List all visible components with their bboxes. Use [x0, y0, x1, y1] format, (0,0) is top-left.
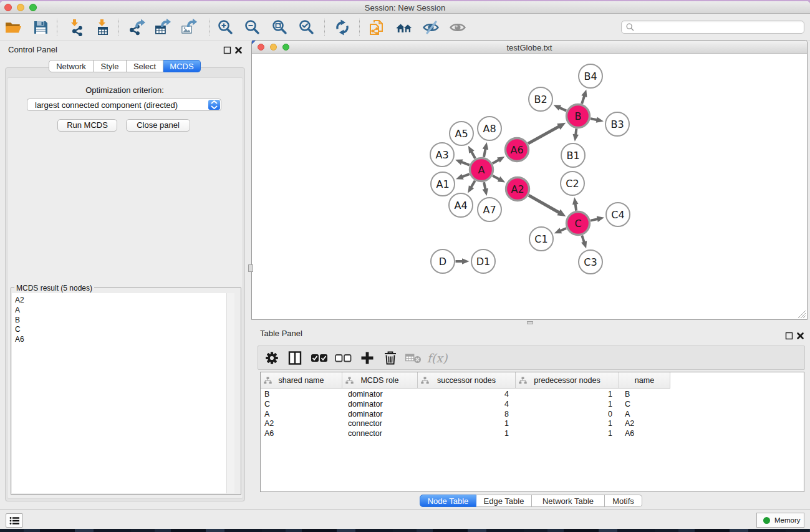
graph-node-c[interactable]: C — [567, 212, 590, 235]
table-cell: connector — [348, 429, 382, 438]
table-panel-float-icon[interactable] — [785, 331, 793, 339]
graph-node-b2[interactable]: B2 — [529, 87, 552, 111]
split-divider-handle-bottom[interactable] — [527, 321, 533, 324]
column-header-MCDS-role[interactable]: MCDS role — [342, 372, 418, 389]
table-row[interactable]: A2connector11A2 — [261, 418, 804, 428]
graph-node-c4[interactable]: C4 — [606, 203, 630, 226]
graph-node-c1[interactable]: C1 — [529, 227, 553, 251]
export-table-icon[interactable] — [153, 18, 172, 37]
tab-network-table[interactable]: Network Table — [532, 495, 605, 507]
network-view-window: testGlobe.txt AA1A2A3A4A5A6A7A8BB1B2B3B4… — [251, 40, 808, 320]
graph-node-a3[interactable]: A3 — [430, 143, 454, 167]
graph-node-d1[interactable]: D1 — [471, 249, 495, 273]
table-row[interactable]: Cdominator41C — [261, 399, 804, 409]
show-all-icon[interactable] — [448, 18, 467, 37]
save-session-icon[interactable] — [31, 18, 50, 37]
tab-select[interactable]: Select — [127, 60, 163, 72]
table-cell: 0 — [516, 410, 612, 418]
refresh-icon[interactable] — [333, 18, 352, 37]
select-all-icon[interactable] — [309, 349, 329, 367]
svg-text:C1: C1 — [534, 233, 547, 245]
tab-style[interactable]: Style — [94, 60, 127, 72]
split-divider-handle-left[interactable] — [248, 264, 253, 272]
column-header-successor-nodes[interactable]: successor nodes — [418, 372, 516, 389]
column-header-predecessor-nodes[interactable]: predecessor nodes — [516, 372, 619, 389]
tab-motifs[interactable]: Motifs — [605, 495, 642, 507]
app-titlebar[interactable]: Session: New Session — [0, 1, 810, 14]
hide-selected-icon[interactable] — [422, 18, 440, 37]
zoom-out-icon[interactable] — [243, 18, 262, 37]
graph-node-b4[interactable]: B4 — [579, 64, 602, 88]
graph-node-c2[interactable]: C2 — [561, 172, 584, 195]
table-panel-close-icon[interactable] — [796, 331, 804, 339]
mcds-result-scrollbar[interactable] — [226, 293, 234, 493]
zoom-fit-icon[interactable] — [271, 18, 289, 37]
add-column-icon[interactable] — [357, 349, 377, 367]
graph-edge[interactable] — [529, 195, 560, 213]
control-panel-tabs: NetworkStyleSelectMCDS — [49, 60, 201, 72]
split-columns-icon[interactable] — [285, 349, 305, 367]
network-graph-canvas[interactable]: AA1A2A3A4A5A6A7A8BB1B2B3B4CC1C2C3C4DD1 — [252, 54, 807, 320]
column-header-name[interactable]: name — [619, 372, 670, 389]
graph-node-d[interactable]: D — [431, 249, 455, 273]
zoom-selected-icon[interactable] — [297, 18, 316, 37]
mcds-result-list[interactable]: A2 A B C A6 — [12, 293, 234, 493]
network-window-titlebar[interactable]: testGlobe.txt — [252, 41, 807, 54]
export-network-icon[interactable] — [128, 18, 147, 37]
table-cell: 1 — [516, 429, 612, 438]
graph-node-a2[interactable]: A2 — [506, 178, 529, 201]
table-cell: A2 — [625, 419, 634, 428]
run-mcds-button[interactable]: Run MCDS — [57, 119, 117, 132]
tab-edge-table[interactable]: Edge Table — [476, 495, 532, 507]
graph-edge[interactable] — [528, 126, 560, 143]
node-table[interactable]: shared name MCDS role successor nodes pr… — [260, 372, 804, 492]
graph-node-b3[interactable]: B3 — [605, 112, 629, 136]
graph-node-c3[interactable]: C3 — [579, 250, 602, 274]
table-cell: 8 — [418, 410, 509, 418]
export-image-icon[interactable] — [180, 18, 198, 37]
graph-edge[interactable] — [582, 95, 584, 104]
table-row[interactable]: Bdominator41B — [261, 389, 804, 399]
column-header-shared-name[interactable]: shared name — [261, 372, 342, 389]
table-settings-icon[interactable] — [262, 349, 282, 367]
clone-network-icon[interactable] — [368, 18, 387, 37]
first-neighbors-icon[interactable] — [395, 18, 413, 37]
graph-node-a[interactable]: A — [470, 158, 493, 181]
delete-column-icon[interactable] — [380, 349, 400, 367]
graph-node-a5[interactable]: A5 — [450, 122, 473, 145]
tab-node-table[interactable]: Node Table — [420, 495, 476, 507]
graph-node-a7[interactable]: A7 — [478, 198, 501, 221]
search-input[interactable] — [621, 21, 804, 34]
graph-edge[interactable] — [484, 148, 486, 157]
tab-mcds[interactable]: MCDS — [163, 60, 201, 72]
import-network-icon[interactable] — [66, 18, 85, 37]
zoom-in-icon[interactable] — [216, 18, 235, 37]
control-panel-close-icon[interactable] — [234, 46, 243, 54]
import-table-icon[interactable] — [93, 18, 112, 37]
window-resize-grip[interactable] — [798, 310, 806, 319]
graph-node-a8[interactable]: A8 — [478, 117, 501, 140]
table-row[interactable]: Adominator80A — [261, 409, 804, 419]
criterion-dropdown[interactable]: largest connected component (directed) — [27, 99, 221, 111]
graph-node-b[interactable]: B — [567, 105, 590, 128]
graph-node-a1[interactable]: A1 — [431, 172, 455, 196]
deselect-all-icon[interactable] — [333, 349, 353, 367]
column-header-label: name — [635, 376, 654, 385]
graph-edge-arrowhead — [462, 258, 470, 264]
toolbar-separator — [324, 19, 325, 36]
graph-edge[interactable] — [471, 151, 475, 158]
open-session-icon[interactable] — [4, 18, 22, 37]
graph-node-b1[interactable]: B1 — [561, 143, 585, 167]
graph-edge[interactable] — [471, 181, 475, 188]
control-panel-float-icon[interactable] — [223, 46, 231, 54]
graph-node-a6[interactable]: A6 — [506, 138, 529, 162]
graph-edge-arrowhead — [581, 89, 587, 97]
task-history-button[interactable] — [6, 513, 23, 528]
graph-node-a4[interactable]: A4 — [449, 193, 473, 217]
graph-edge[interactable] — [461, 174, 470, 177]
memory-button[interactable]: Memory — [756, 513, 804, 528]
table-row[interactable]: A6connector11A6 — [261, 428, 804, 438]
tab-network[interactable]: Network — [49, 60, 94, 72]
close-panel-button[interactable]: Close panel — [126, 119, 190, 132]
graph-edge[interactable] — [461, 162, 470, 165]
